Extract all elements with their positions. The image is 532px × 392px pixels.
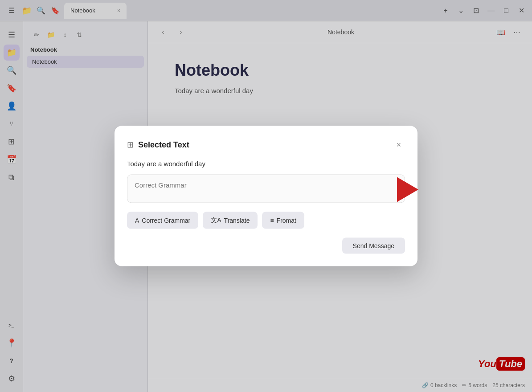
play-button[interactable] (397, 177, 418, 202)
action-buttons: A Correct Grammar 文A Translate ≡ Fromat (127, 212, 405, 229)
send-message-btn[interactable]: Send Message (342, 238, 405, 254)
send-row: Send Message (127, 238, 405, 254)
translate-label: Translate (224, 217, 250, 224)
modal-title: Selected Text (138, 140, 189, 149)
modal-selected-text: Today are a wonderful day (127, 160, 405, 167)
translate-btn[interactable]: 文A Translate (203, 212, 258, 229)
correct-grammar-label: Correct Grammar (142, 217, 190, 224)
format-btn[interactable]: ≡ Fromat (262, 212, 304, 229)
format-icon: ≡ (270, 217, 274, 224)
translate-icon: 文A (211, 216, 221, 225)
modal-ai-icon: ⊞ (127, 140, 134, 150)
format-label: Fromat (277, 217, 296, 224)
correct-grammar-icon: A (135, 217, 139, 224)
grammar-input[interactable] (127, 175, 405, 203)
modal-title-row: ⊞ Selected Text (127, 140, 189, 150)
modal-close-btn[interactable]: × (393, 139, 405, 151)
correct-grammar-btn[interactable]: A Correct Grammar (127, 212, 198, 229)
ai-modal: ⊞ Selected Text × Today are a wonderful … (115, 126, 417, 266)
modal-header: ⊞ Selected Text × (127, 139, 405, 151)
input-area (127, 175, 405, 205)
